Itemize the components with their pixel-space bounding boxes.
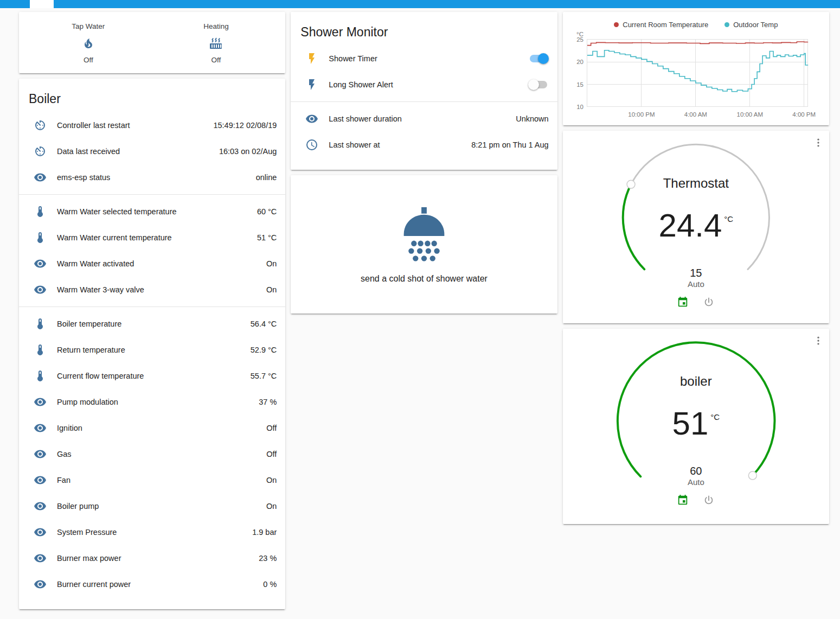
- entity-row[interactable]: Warm Water activated On: [19, 251, 285, 277]
- power-icon[interactable]: [703, 494, 715, 506]
- dial-unit: °C: [710, 412, 720, 422]
- eye-icon: [34, 578, 47, 591]
- entity-name: Return temperature: [57, 346, 246, 354]
- divider: [291, 101, 557, 102]
- divider: [19, 194, 285, 195]
- entity-name: Gas: [57, 450, 262, 458]
- toggle-thumb[interactable]: [528, 79, 539, 90]
- entity-state: Off: [266, 424, 277, 432]
- entity-row[interactable]: Current flow temperature 55.7 °C: [19, 363, 285, 389]
- dial-setpoint: 60: [563, 465, 829, 477]
- entity-state: 0 %: [263, 580, 277, 589]
- entity-row[interactable]: Boiler temperature 56.4 °C: [19, 311, 285, 337]
- shower-action-card[interactable]: send a cold shot of shower water: [291, 175, 557, 314]
- svg-text:4:00 PM: 4:00 PM: [792, 111, 816, 118]
- svg-text:20: 20: [576, 59, 583, 65]
- glance-state: Off: [211, 56, 221, 64]
- glance-item-tap-water[interactable]: Tap Water Off: [31, 23, 146, 63]
- svg-text:°C: °C: [576, 31, 583, 37]
- entity-row[interactable]: Warm Water 3-way valve On: [19, 277, 285, 303]
- entity-row[interactable]: Warm Water selected temperature 60 °C: [19, 199, 285, 225]
- entity-row[interactable]: Return temperature 52.9 °C: [19, 337, 285, 363]
- entity-row[interactable]: System Pressure 1.9 bar: [19, 519, 285, 545]
- entity-row[interactable]: Gas Off: [19, 441, 285, 467]
- entity-state: 1.9 bar: [252, 528, 277, 537]
- toggle-thumb[interactable]: [538, 53, 549, 64]
- entity-name: Current flow temperature: [57, 372, 246, 380]
- flash-icon: [305, 52, 318, 65]
- entity-row[interactable]: Pump modulation 37 %: [19, 389, 285, 415]
- dial-current-temp: 51°C: [563, 405, 829, 442]
- entity-row[interactable]: Boiler pump On: [19, 493, 285, 519]
- dashboard: Tap Water Off Heating Off Boiler Control…: [0, 8, 840, 616]
- entity-row[interactable]: Last shower duration Unknown: [291, 106, 557, 132]
- middle-column: Shower Monitor Shower Timer Long Shower …: [291, 12, 557, 314]
- entity-name: Fan: [57, 476, 262, 484]
- shower-timer-toggle[interactable]: [528, 53, 549, 65]
- calendar-icon[interactable]: [677, 494, 689, 506]
- legend-label: Outdoor Temp: [733, 21, 778, 29]
- shower-monitor-card: Shower Monitor Shower Timer Long Shower …: [291, 12, 557, 170]
- entity-row[interactable]: ems-esp status online: [19, 164, 285, 190]
- legend-dot: [614, 22, 619, 27]
- entity-name: Shower Timer: [329, 54, 528, 63]
- entity-name: Long Shower Alert: [329, 80, 528, 89]
- entity-name: Warm Water activated: [57, 259, 262, 268]
- entity-row[interactable]: Ignition Off: [19, 415, 285, 441]
- entity-row[interactable]: Burner max power 23 %: [19, 545, 285, 571]
- boiler-dial-card: boiler 51°C 60 Auto: [563, 329, 829, 524]
- dial-current-temp: 24.4°C: [563, 207, 829, 244]
- long-shower-alert-toggle[interactable]: [528, 79, 549, 91]
- eye-icon: [34, 500, 47, 513]
- left-column: Tap Water Off Heating Off Boiler Control…: [19, 12, 285, 609]
- svg-text:4:00 AM: 4:00 AM: [684, 111, 707, 118]
- glance-label: Heating: [203, 23, 229, 30]
- entity-row[interactable]: Data last received 16:03 on 02/Aug: [19, 138, 285, 164]
- radiator-icon: [209, 37, 222, 50]
- entity-name: ems-esp status: [57, 173, 252, 182]
- eye-icon: [34, 448, 47, 461]
- entity-state: Off: [266, 450, 277, 458]
- menu-icon[interactable]: [813, 335, 824, 346]
- thermostat-card: Thermostat 24.4°C 15 Auto: [563, 131, 829, 323]
- entity-state: 55.7 °C: [251, 372, 277, 380]
- timer-icon: [34, 119, 47, 132]
- entity-row[interactable]: Controller last restart 15:49:12 02/08/1…: [19, 112, 285, 138]
- dial-mode: Auto: [563, 279, 829, 289]
- entity-row-shower-timer[interactable]: Shower Timer: [291, 46, 557, 72]
- timer-icon: [34, 145, 47, 158]
- entity-state: 60 °C: [257, 207, 277, 216]
- right-column: Current Room TemperatureOutdoor Temp 252…: [563, 12, 829, 524]
- svg-text:10: 10: [576, 104, 583, 110]
- entity-row[interactable]: Fan On: [19, 467, 285, 493]
- history-chart-svg: 2520151010:00 PM4:00 AM10:00 AM4:00 PM°C: [563, 31, 829, 122]
- entity-row[interactable]: Last shower at 8:21 pm on Thu 1 Aug: [291, 132, 557, 158]
- entity-row[interactable]: Warm Water current temperature 51 °C: [19, 225, 285, 251]
- boiler-card: Boiler Controller last restart 15:49:12 …: [19, 79, 285, 609]
- glance-card: Tap Water Off Heating Off: [19, 12, 285, 73]
- entity-name: Burner max power: [57, 554, 254, 563]
- entity-row[interactable]: Burner current power 0 %: [19, 571, 285, 597]
- entity-row-long-shower-alert[interactable]: Long Shower Alert: [291, 72, 557, 98]
- card-title: Shower Monitor: [291, 12, 557, 46]
- eye-icon: [34, 395, 47, 409]
- entity-state: 16:03 on 02/Aug: [219, 147, 277, 156]
- power-icon[interactable]: [703, 296, 715, 308]
- dial-title: boiler: [563, 374, 829, 389]
- entity-state: 8:21 pm on Thu 1 Aug: [471, 141, 548, 149]
- entity-state: On: [266, 502, 277, 510]
- calendar-icon[interactable]: [677, 296, 689, 308]
- glance-item-heating[interactable]: Heating Off: [158, 23, 273, 63]
- eye-icon: [34, 552, 47, 565]
- menu-icon[interactable]: [813, 137, 824, 148]
- entity-state: 52.9 °C: [251, 346, 277, 354]
- entity-state: online: [256, 173, 277, 182]
- eye-icon: [34, 257, 47, 270]
- entity-state: 23 %: [259, 554, 277, 563]
- flash-icon: [305, 78, 318, 91]
- entity-name: Boiler pump: [57, 502, 262, 510]
- dial-mode: Auto: [563, 477, 829, 487]
- fire-icon: [82, 37, 95, 50]
- header-tab-indicator[interactable]: [30, 0, 54, 8]
- entity-name: Warm Water 3-way valve: [57, 285, 262, 294]
